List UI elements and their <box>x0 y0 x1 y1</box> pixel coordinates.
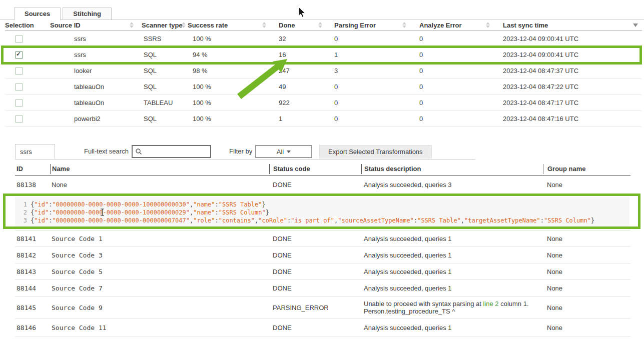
sources-table-body: ssrs SSRS 100 % 32 0 0 2023-12-04 09:00:… <box>5 31 642 127</box>
search-label: Full-text search <box>84 148 129 155</box>
done-cell: 922 <box>274 99 330 106</box>
table-row[interactable]: 88142 Source Code 3 DONE Analysis succee… <box>15 247 630 264</box>
sort-icon[interactable] <box>130 22 134 29</box>
group-name-cell: None <box>543 235 630 242</box>
scanner-type-cell: SQL <box>142 67 188 74</box>
status-code-cell: DONE <box>269 324 361 332</box>
id-cell: 88145 <box>15 304 50 312</box>
header-scanner-type[interactable]: Scanner type <box>142 20 188 30</box>
table-row-parsing-error[interactable]: 88145 Source Code 9 PARSING_ERROR Unable… <box>15 296 630 319</box>
tab-stitching[interactable]: Stitching <box>63 8 112 20</box>
sort-icon[interactable] <box>262 22 266 29</box>
table-row-selected[interactable]: ssrs SQL 94 % 16 1 0 2023-12-04 09:00:41… <box>5 47 642 63</box>
header-last-sync-time[interactable]: Last sync time <box>498 20 642 30</box>
row-checkbox[interactable] <box>15 99 23 107</box>
status-code-cell: DONE <box>269 181 361 188</box>
row-checkbox[interactable] <box>15 115 23 123</box>
app-window: Sources Stitching Selection Source ID Sc… <box>0 0 644 339</box>
name-cell: Source Code 7 <box>50 284 269 292</box>
group-name-cell: None <box>543 181 630 188</box>
table-row[interactable]: 88138 None DONE Analysis succeeded, quer… <box>15 176 630 194</box>
scanner-type-cell: SQL <box>142 51 188 58</box>
name-cell: None <box>50 181 269 188</box>
id-cell: 88143 <box>15 268 50 276</box>
done-cell: 247 <box>274 67 330 74</box>
header-id: ID <box>15 164 50 174</box>
header-parsing-error[interactable]: Parsing Error <box>330 20 414 30</box>
group-name-cell: None <box>543 304 630 312</box>
sources-table-header: Selection Source ID Scanner type Success… <box>5 20 642 31</box>
filter-icon[interactable] <box>633 24 638 27</box>
scanner-type-cell: TABLEAU <box>142 99 188 106</box>
analyze-error-cell: 0 <box>414 67 498 74</box>
source-id-cell: ssrs <box>50 35 142 42</box>
table-row[interactable]: 88141 Source Code 1 DONE Analysis succee… <box>15 230 630 247</box>
name-cell: Source Code 9 <box>50 304 269 312</box>
export-selected-transformations-button[interactable]: Export Selected Transformations <box>319 145 432 158</box>
error-line-link[interactable]: line 2 <box>483 300 498 308</box>
header-done[interactable]: Done <box>274 20 330 30</box>
parsing-error-cell: 3 <box>330 67 414 74</box>
header-status-code: Status code <box>269 164 361 174</box>
status-code-cell: DONE <box>269 284 361 292</box>
transformations-table-body: 88138 None DONE Analysis succeeded, quer… <box>15 176 630 337</box>
filter-label: Filter by <box>229 148 252 155</box>
table-row[interactable]: ssrs SSRS 100 % 32 0 0 2023-12-04 09:00:… <box>5 31 642 47</box>
code-viewer[interactable]: 1{"id":"00000000-0000-0000-0000-10000000… <box>15 197 629 227</box>
status-description-cell: Analysis succeeded, queries 1 <box>361 235 543 242</box>
success-rate-cell: 100 % <box>188 35 274 42</box>
source-id-cell: ssrs <box>50 51 142 58</box>
header-success-rate[interactable]: Success rate <box>188 20 274 30</box>
code-line: 2{"id":"00000000-0000-0000-0000-10000000… <box>17 208 629 216</box>
table-row[interactable]: tableauOn SQL 100 % 49 0 0 2023-12-04 08… <box>5 79 642 95</box>
sort-icon[interactable] <box>486 22 490 29</box>
analyze-error-cell: 0 <box>414 83 498 90</box>
row-checkbox[interactable] <box>15 67 23 75</box>
scanner-type-cell: SSRS <box>142 35 188 42</box>
sort-icon[interactable] <box>182 22 186 29</box>
toolbar-divider <box>15 159 475 160</box>
table-row[interactable]: looker SQL 98 % 247 3 0 2023-12-04 08:47… <box>5 63 642 79</box>
source-subtab-ssrs[interactable]: ssrs <box>15 144 55 159</box>
source-id-cell: looker <box>50 67 142 74</box>
tab-sources[interactable]: Sources <box>14 8 61 20</box>
group-name-cell: None <box>543 284 630 292</box>
search-box[interactable] <box>132 145 211 158</box>
name-cell: Source Code 11 <box>50 324 269 332</box>
last-sync-cell: 2023-12-04 09:00:41 UTC <box>498 35 642 42</box>
group-name-cell: None <box>543 268 630 276</box>
done-cell: 32 <box>274 35 330 42</box>
header-name: Name <box>50 164 269 174</box>
status-description-cell: Analysis succeeded, queries 1 <box>361 284 543 292</box>
parsing-error-cell: 0 <box>330 115 414 122</box>
success-rate-cell: 100 % <box>188 115 274 122</box>
done-cell: 1 <box>274 115 330 122</box>
table-row[interactable]: 88143 Source Code 5 DONE Analysis succee… <box>15 264 630 280</box>
table-row[interactable]: tableauOn TABLEAU 100 % 922 0 0 2023-12-… <box>5 95 642 111</box>
status-description-cell: Analysis succeeded, queries 1 <box>361 324 543 332</box>
row-checkbox[interactable] <box>15 83 23 91</box>
last-sync-cell: 2023-12-04 09:00:41 UTC <box>498 51 642 58</box>
success-rate-cell: 100 % <box>188 83 274 90</box>
status-description-cell: Analysis succeeded, queries 1 <box>361 268 543 276</box>
row-checkbox[interactable] <box>15 51 23 59</box>
table-row[interactable]: powerbi2 SQL 100 % 1 0 0 2023-12-04 08:4… <box>5 111 642 127</box>
name-cell: Source Code 5 <box>50 268 269 276</box>
status-description-cell: Analysis succeeded, queries 1 <box>361 252 543 259</box>
row-checkbox[interactable] <box>15 35 23 43</box>
sort-icon[interactable] <box>402 22 406 29</box>
header-analyze-error[interactable]: Analyze Error <box>414 20 498 30</box>
filter-selected-value: All <box>277 148 284 156</box>
line-number: 2 <box>17 208 27 216</box>
analyze-error-cell: 0 <box>414 99 498 106</box>
table-row[interactable]: 88146 Source Code 11 DONE Analysis succe… <box>15 319 630 337</box>
id-cell: 88141 <box>15 235 50 242</box>
search-input[interactable] <box>142 148 210 156</box>
id-cell: 88142 <box>15 252 50 259</box>
analyze-error-cell: 0 <box>414 51 498 58</box>
sort-icon[interactable] <box>318 22 322 29</box>
last-sync-cell: 2023-12-04 08:47:17 UTC <box>498 99 642 106</box>
table-row[interactable]: 88144 Source Code 7 DONE Analysis succee… <box>15 280 630 296</box>
filter-dropdown[interactable]: All <box>255 145 312 158</box>
header-source-id[interactable]: Source ID <box>50 20 142 30</box>
